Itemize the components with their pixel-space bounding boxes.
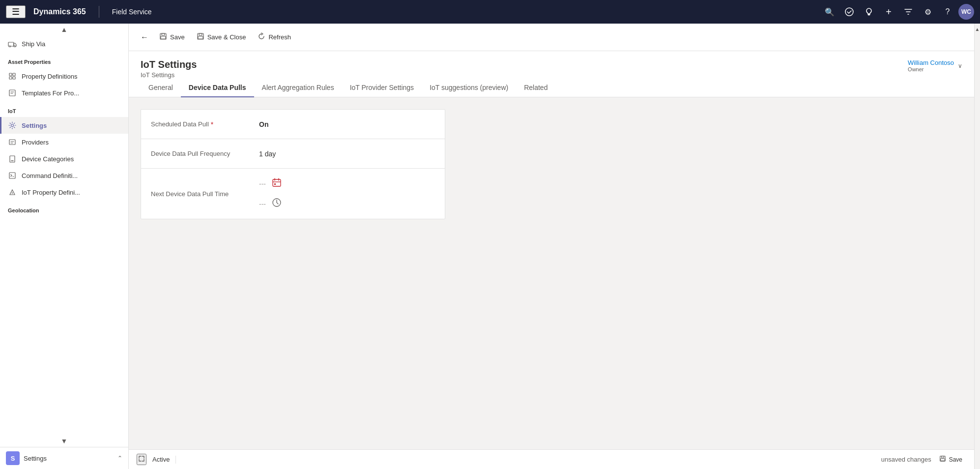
svg-rect-15	[161, 36, 166, 39]
brand-divider	[99, 6, 99, 18]
sidebar-bottom-chevron: ⌃	[117, 455, 122, 462]
main-area: ▲ Ship Via Asset Properties	[0, 24, 980, 469]
scheduled-data-pull-value: On	[259, 120, 435, 128]
tab-iot-provider-settings[interactable]: IoT Provider Settings	[342, 79, 422, 97]
sidebar-item-label: Providers	[22, 139, 49, 146]
svg-rect-8	[9, 90, 15, 96]
sidebar-item-command-defini[interactable]: Command Definiti...	[0, 167, 128, 184]
scheduled-data-pull-label: Scheduled Data Pull *	[151, 120, 259, 128]
ship-via-icon	[8, 39, 17, 48]
svg-rect-11	[10, 156, 15, 162]
svg-rect-20	[274, 183, 276, 185]
scroll-up-arrow[interactable]: ▲	[974, 26, 980, 33]
page-owner-area[interactable]: William Contoso Owner ∨	[908, 59, 962, 72]
sidebar: ▲ Ship Via Asset Properties	[0, 24, 129, 469]
templates-icon	[8, 88, 17, 97]
status-divider	[175, 456, 176, 464]
page-title: IoT Settings	[141, 59, 197, 70]
owner-name: William Contoso	[908, 59, 954, 66]
app-name: Field Service	[112, 8, 152, 16]
clock-icon[interactable]	[270, 196, 284, 212]
save-button[interactable]: Save	[154, 29, 190, 45]
sidebar-item-property-definitions[interactable]: Property Definitions	[0, 68, 128, 85]
sidebar-item-ship-via[interactable]: Ship Via	[0, 35, 128, 52]
sidebar-item-label: Device Categories	[22, 155, 74, 163]
tab-related[interactable]: Related	[516, 79, 555, 97]
required-asterisk: *	[211, 120, 213, 128]
form-content: Scheduled Data Pull * On Device Data Pul…	[129, 97, 974, 449]
svg-rect-7	[13, 77, 15, 79]
owner-chevron: ∨	[958, 62, 962, 69]
content-area: ← Save	[129, 24, 974, 469]
device-data-pull-frequency-label: Device Data Pull Frequency	[151, 150, 259, 157]
save-icon	[159, 32, 167, 42]
device-categories-icon	[8, 154, 17, 163]
section-asset-properties: Asset Properties	[0, 52, 128, 68]
refresh-icon	[258, 32, 265, 42]
svg-rect-23	[941, 456, 944, 458]
sidebar-bottom-label: Settings	[24, 455, 47, 462]
providers-icon	[8, 138, 17, 147]
command-defini-icon	[8, 171, 17, 180]
status-save-button[interactable]: Save	[935, 453, 966, 466]
sidebar-item-settings[interactable]: Settings	[0, 117, 128, 134]
lightbulb-icon[interactable]	[860, 3, 878, 21]
refresh-button[interactable]: Refresh	[253, 29, 296, 45]
next-device-data-pull-date-value: ---	[259, 180, 266, 188]
sidebar-item-providers[interactable]: Providers	[0, 134, 128, 150]
svg-rect-17	[199, 33, 202, 35]
sidebar-scrollable-area: Ship Via Asset Properties Property Defin…	[0, 35, 128, 435]
owner-info: William Contoso Owner	[908, 59, 954, 72]
sidebar-bottom-settings[interactable]: S Settings ⌃	[0, 447, 128, 469]
nav-icons: 🔍 + ⚙ ? WC	[821, 3, 974, 21]
sidebar-item-iot-property-defini[interactable]: IoT Property Defini...	[0, 184, 128, 201]
svg-rect-10	[9, 140, 15, 145]
owner-label: Owner	[908, 66, 954, 72]
status-left: Active	[137, 454, 176, 465]
section-iot: IoT	[0, 101, 128, 117]
svg-rect-14	[162, 33, 165, 35]
tab-iot-suggestions-preview[interactable]: IoT suggestions (preview)	[422, 79, 516, 97]
ship-via-label: Ship Via	[22, 40, 45, 48]
iot-property-icon	[8, 188, 17, 197]
back-button[interactable]: ←	[137, 29, 152, 45]
check-circle-icon[interactable]	[840, 3, 858, 21]
tab-device-data-pulls[interactable]: Device Data Pulls	[181, 79, 254, 97]
page-header: IoT Settings IoT Settings William Contos…	[129, 51, 974, 79]
calendar-icon[interactable]	[270, 176, 284, 192]
property-definitions-icon	[8, 72, 17, 81]
sidebar-item-device-categories[interactable]: Device Categories	[0, 150, 128, 167]
svg-point-9	[11, 124, 14, 127]
tab-general[interactable]: General	[141, 79, 181, 97]
sidebar-item-label: IoT Property Defini...	[22, 189, 80, 196]
next-device-data-pull-time-value: ---	[259, 200, 266, 208]
save-close-button[interactable]: Save & Close	[192, 29, 251, 45]
hamburger-menu[interactable]: ☰	[6, 5, 26, 18]
settings-icon[interactable]: ⚙	[919, 3, 937, 21]
page-subtitle: IoT Settings	[141, 71, 197, 79]
unsaved-changes-text: unsaved changes	[881, 456, 931, 463]
sidebar-item-templates-for-pro[interactable]: Templates For Pro...	[0, 85, 128, 101]
form-row-scheduled-data-pull: Scheduled Data Pull * On	[141, 110, 445, 139]
sidebar-scroll-down[interactable]: ▼	[0, 435, 128, 447]
device-data-pull-frequency-value: 1 day	[259, 150, 435, 158]
expand-icon[interactable]	[137, 454, 146, 465]
sidebar-item-label: Property Definitions	[22, 73, 77, 80]
help-icon[interactable]: ?	[939, 3, 956, 21]
form-row-device-data-pull-frequency: Device Data Pull Frequency 1 day	[141, 139, 445, 169]
sidebar-scroll-up[interactable]: ▲	[0, 24, 128, 35]
svg-point-3	[14, 46, 16, 47]
svg-rect-19	[273, 179, 281, 186]
brand-area: ☰ Dynamics 365 Field Service	[6, 5, 152, 18]
search-icon[interactable]: 🔍	[821, 3, 838, 21]
settings-nav-icon	[8, 121, 17, 130]
svg-rect-18	[198, 36, 203, 39]
page-title-area: IoT Settings IoT Settings	[141, 59, 197, 79]
tab-alert-aggregation-rules[interactable]: Alert Aggregation Rules	[254, 79, 342, 97]
sidebar-item-label: Settings	[22, 122, 47, 129]
plus-icon[interactable]: +	[880, 3, 897, 21]
svg-point-2	[9, 46, 11, 47]
user-avatar[interactable]: WC	[958, 4, 974, 20]
filter-icon[interactable]	[899, 3, 917, 21]
form-row-next-device-data-pull-time: Next Device Data Pull Time ---	[141, 169, 445, 219]
